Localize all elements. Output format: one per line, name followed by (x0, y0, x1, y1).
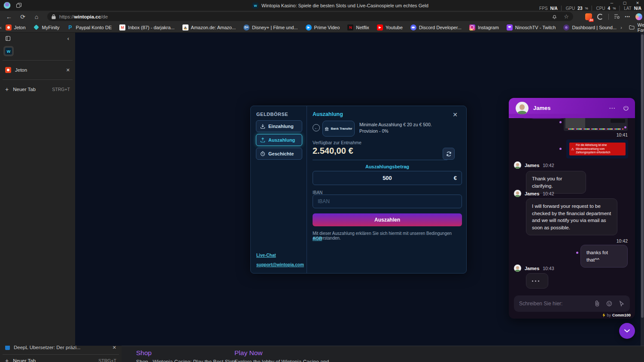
nav-label: Geschichte (268, 151, 294, 156)
other-favorites-button[interactable]: Weitere Favoriten (629, 22, 644, 33)
wallet-modal: GELDBÖRSE Einzahlung Auszahlung Geschich… (250, 106, 467, 274)
scrollbar-thumb[interactable] (641, 34, 644, 318)
close-tab-icon[interactable]: ✕ (112, 346, 116, 350)
browser-toolbar: ← ⟳ ⌂ https://wintopia.cc/de ☆ 24 ••• (0, 11, 644, 22)
divider: │ (560, 6, 563, 11)
favorite-star-icon[interactable]: ☆ (564, 13, 569, 20)
back-circle-icon[interactable]: ← (313, 124, 320, 131)
active-tab-tile[interactable]: w (3, 46, 14, 56)
page-scrollbar[interactable] (641, 33, 644, 346)
auszahlen-button[interactable]: Auszahlen (313, 213, 462, 226)
chat-end-session-icon[interactable] (623, 105, 629, 111)
chat-minimize-button[interactable] (619, 323, 635, 339)
copilot-icon[interactable] (635, 13, 642, 20)
search-result-shop[interactable]: Shop Shop - Wintopia Casino: Play the Be… (136, 349, 236, 362)
message-timestamp: 10:42 (617, 238, 628, 243)
modal-close-icon[interactable]: ✕ (453, 111, 458, 118)
send-icon[interactable] (619, 301, 625, 307)
notifications-icon[interactable] (552, 14, 557, 19)
bookmark-netflix[interactable]: NNetflix (343, 23, 373, 32)
bookmark-twitch[interactable]: NinoschTV - Twitch (503, 23, 560, 32)
home-button[interactable]: ⌂ (31, 12, 42, 21)
tab-actions-icon[interactable] (5, 36, 11, 41)
active-tab-favicon: w (5, 48, 12, 55)
close-icon[interactable]: ✕ (631, 0, 644, 6)
iban-input[interactable] (313, 195, 462, 208)
soundcloud-favicon (563, 24, 569, 30)
collapse-sidebar-icon[interactable]: ‹ (67, 35, 69, 42)
adguard-badge: 24 (589, 18, 593, 22)
chevron-right-icon[interactable]: › (620, 25, 622, 30)
support-email-link[interactable]: support@wintopia.com (256, 262, 304, 267)
chat-message-input[interactable] (519, 301, 595, 307)
refresh-button[interactable]: ⟳ (17, 12, 28, 21)
plus-icon: + (5, 86, 9, 93)
url-bar[interactable]: https://wintopia.cc/de ☆ (47, 12, 573, 21)
blocker-extension-icon[interactable] (597, 14, 603, 20)
chat-menu-icon[interactable]: ⋯ (609, 104, 615, 112)
plus-icon: + (5, 357, 9, 362)
bookmark-myfinity[interactable]: MyFinity (30, 23, 64, 32)
emoji-icon[interactable] (606, 301, 612, 307)
payment-method-chip[interactable]: Bank Transfer (322, 121, 355, 137)
livechat-link[interactable]: Live-Chat (256, 253, 304, 258)
bookmark-inbox[interactable]: MInbox (87) - darjakra... (115, 23, 178, 32)
profile-avatar-icon[interactable] (3, 2, 11, 9)
brand-by: by (607, 313, 611, 317)
nav-auszahlung-button[interactable]: Auszahlung (256, 134, 302, 146)
adguard-extension-icon[interactable]: 24 (585, 13, 592, 20)
cpu-value: 4 (608, 6, 611, 11)
refresh-balance-button[interactable] (443, 148, 455, 160)
bookmark-label: Jeton (14, 25, 26, 30)
delivered-indicator (576, 252, 578, 254)
collections-icon[interactable] (614, 14, 620, 19)
user-screenshot-message-2[interactable]: ⚠ Für die Abhebung ist eine Mindesteinza… (566, 140, 628, 158)
chat-input-bar[interactable] (514, 295, 630, 312)
background-window-sidebar: DeepL Übersetzer: Der präzi... ✕ + Neuer… (0, 346, 122, 362)
chevron-down-icon (624, 329, 630, 333)
result-title[interactable]: Shop (136, 349, 236, 357)
new-tab-button[interactable]: + Neuer Tab STRG+T (0, 84, 75, 95)
agb-link[interactable]: AGB (313, 236, 322, 241)
bank-icon (325, 127, 329, 131)
result-title[interactable]: Play Now (234, 349, 329, 357)
sidebar-tab-jeton[interactable]: Jeton ✕ (0, 64, 75, 76)
bookmark-youtube[interactable]: ▶Youtube (373, 23, 407, 32)
back-button[interactable]: ← (3, 12, 15, 21)
bookmark-jeton[interactable]: Jeton (2, 23, 30, 32)
bookmark-dashboard[interactable]: Dashboard | Sound... (559, 23, 620, 32)
url-text[interactable]: https://wintopia.cc/de (59, 14, 552, 19)
workspaces-icon[interactable] (16, 3, 22, 9)
background-tab-deepl[interactable]: DeepL Übersetzer: Der präzi... ✕ (0, 346, 122, 352)
typing-indicator (526, 273, 548, 289)
iban-field[interactable] (313, 195, 462, 208)
lat-value: N/A (634, 6, 641, 11)
attachment-icon[interactable] (595, 301, 600, 307)
bookmark-amazon[interactable]: aAmazon.de: Amazo... (179, 23, 240, 32)
user-screenshot-message-1[interactable] (564, 118, 628, 131)
result-subtitle: Shop - Wintopia Casino: Play the Best Sl… (136, 359, 236, 362)
background-new-tab-button[interactable]: + Neuer Tab STRG+T (0, 357, 122, 362)
youtube-favicon: ▶ (377, 24, 383, 30)
amount-field[interactable]: € (313, 171, 462, 185)
bookmark-discord[interactable]: Discord Developer... (407, 23, 465, 32)
search-result-play-now[interactable]: Play Now Explore the lobby of Wintopia C… (234, 349, 329, 362)
nav-einzahlung-button[interactable]: Einzahlung (256, 120, 302, 132)
close-tab-icon[interactable]: ✕ (66, 67, 70, 73)
divider: │ (591, 6, 594, 11)
maximize-icon[interactable]: ▢ (618, 0, 631, 6)
livechat-widget: James ⋯ 10:41 ⚠ Für die Abhebung ist ein… (509, 98, 635, 319)
more-icon[interactable]: ••• (625, 15, 630, 19)
minimize-icon[interactable]: ─ (605, 0, 618, 6)
withdraw-icon (260, 137, 265, 143)
url-host: wintopia.cc (74, 14, 101, 19)
bookmark-paypal[interactable]: PPaypal Konto DE (64, 23, 116, 32)
nav-geschichte-button[interactable]: Geschichte (256, 148, 302, 160)
bookmark-instagram[interactable]: Instagram (465, 23, 503, 32)
bookmark-prime[interactable]: ▶Prime Video (302, 23, 344, 32)
divider (3, 79, 73, 80)
amount-input[interactable] (313, 171, 462, 185)
bookmark-disney[interactable]: D+Disney+ | Filme und... (240, 23, 301, 32)
wallet-nav-panel: GELDBÖRSE Einzahlung Auszahlung Geschich… (251, 106, 307, 273)
other-favorites-label: Weitere Favoriten (638, 22, 644, 33)
